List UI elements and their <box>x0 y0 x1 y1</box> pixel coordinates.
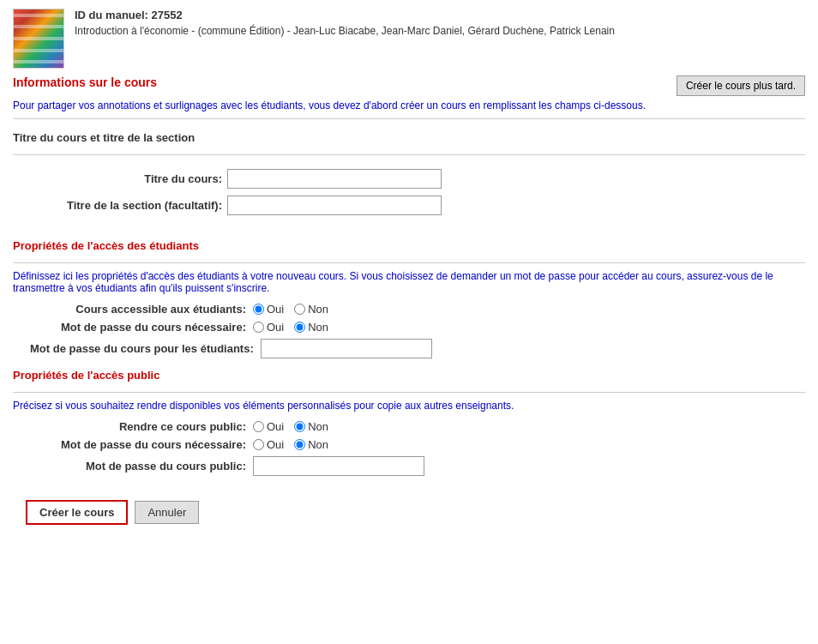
mot-de-passe-etudiants-input[interactable] <box>261 339 432 358</box>
titre-section-row: Titre de la section (facultatif): <box>39 196 805 215</box>
titre-section-input[interactable] <box>227 196 442 215</box>
mot-de-passe-public-label: Mot de passe du cours nécessaire: <box>30 438 253 451</box>
rendre-public-oui-option[interactable]: Oui <box>253 420 284 433</box>
titre-cours-label: Titre du cours: <box>39 172 227 185</box>
cours-accessible-non-option[interactable]: Non <box>294 303 328 316</box>
mot-de-passe-public-radio-group: Oui Non <box>253 438 328 451</box>
mot-de-passe-etudiants-label: Mot de passe du cours pour les étudiants… <box>30 342 261 355</box>
mot-de-passe-public-oui-label: Oui <box>267 438 284 451</box>
info-section-title: Informations sur le cours <box>13 75 157 89</box>
book-title: Introduction à l'économie - (commune Édi… <box>75 25 615 37</box>
divider-1 <box>13 118 805 119</box>
mot-de-passe-non-option[interactable]: Non <box>294 321 328 334</box>
public-access-section: Propriétés de l'accès public Précisez si… <box>13 365 805 476</box>
mot-de-passe-radio-group: Oui Non <box>253 321 328 334</box>
manual-id-label: ID du manuel: <box>75 9 148 21</box>
mot-de-passe-public-field-row: Mot de passe du cours public: <box>13 456 805 476</box>
mot-de-passe-etudiants-row: Mot de passe du cours pour les étudiants… <box>13 339 805 358</box>
mot-de-passe-non-label: Non <box>308 321 328 334</box>
cours-accessible-oui-radio[interactable] <box>253 304 264 315</box>
rendre-public-oui-label: Oui <box>267 420 284 433</box>
cours-accessible-label: Cours accessible aux étudiants: <box>30 303 253 316</box>
manual-id: ID du manuel: 27552 <box>75 9 615 21</box>
cours-accessible-non-radio[interactable] <box>294 304 305 315</box>
info-header: Informations sur le cours Créer le cours… <box>13 75 805 96</box>
cours-accessible-oui-label: Oui <box>267 303 284 316</box>
titre-section-label: Titre de la section (facultatif): <box>39 199 227 212</box>
public-access-description: Précisez si vous souhaitez rendre dispon… <box>13 400 805 412</box>
info-description: Pour partager vos annotations et surlign… <box>13 99 805 111</box>
student-access-title: Propriétés de l'accès des étudiants <box>13 236 805 256</box>
rendre-public-radio-group: Oui Non <box>253 420 328 433</box>
divider-2 <box>13 154 805 155</box>
student-access-section: Propriétés de l'accès des étudiants Défi… <box>13 236 805 358</box>
mot-de-passe-oui-label: Oui <box>267 321 284 334</box>
mot-de-passe-public-non-label: Non <box>308 438 328 451</box>
titre-cours-input[interactable] <box>227 169 442 189</box>
mot-de-passe-public-row: Mot de passe du cours nécessaire: Oui No… <box>13 438 805 451</box>
cours-accessible-row: Cours accessible aux étudiants: Oui Non <box>13 303 805 316</box>
course-title-section-label: Titre du cours et titre de la section <box>13 126 805 147</box>
create-course-button[interactable]: Créer le cours <box>26 500 128 525</box>
cours-accessible-oui-option[interactable]: Oui <box>253 303 284 316</box>
rendre-public-non-radio[interactable] <box>294 421 305 432</box>
mot-de-passe-public-input[interactable] <box>253 456 424 476</box>
student-access-description: Définissez ici les propriétés d'accès de… <box>13 270 805 294</box>
mot-de-passe-public-non-option[interactable]: Non <box>294 438 328 451</box>
cours-accessible-radio-group: Oui Non <box>253 303 328 316</box>
cancel-button[interactable]: Annuler <box>135 501 199 524</box>
mot-de-passe-public-non-radio[interactable] <box>294 439 305 450</box>
manual-id-value: 27552 <box>152 9 183 21</box>
mot-de-passe-oui-option[interactable]: Oui <box>253 321 284 334</box>
create-later-button[interactable]: Créer le cours plus tard. <box>677 75 805 96</box>
header-section: ID du manuel: 27552 Introduction à l'éco… <box>13 9 805 69</box>
course-title-section: Titre du cours et titre de la section Ti… <box>13 126 805 232</box>
public-access-title: Propriétés de l'accès public <box>13 365 805 385</box>
rendre-public-non-option[interactable]: Non <box>294 420 328 433</box>
divider-3 <box>13 262 805 263</box>
mot-de-passe-public-oui-radio[interactable] <box>253 439 264 450</box>
mot-de-passe-label: Mot de passe du cours nécessaire: <box>30 321 253 334</box>
course-title-form: Titre du cours: Titre de la section (fac… <box>13 162 805 232</box>
header-text: ID du manuel: 27552 Introduction à l'éco… <box>75 9 615 37</box>
rendre-public-oui-radio[interactable] <box>253 421 264 432</box>
mot-de-passe-public-oui-option[interactable]: Oui <box>253 438 284 451</box>
book-cover-image <box>13 9 64 69</box>
rendre-public-row: Rendre ce cours public: Oui Non <box>13 420 805 433</box>
titre-cours-row: Titre du cours: <box>39 169 805 189</box>
info-section: Informations sur le cours Créer le cours… <box>13 75 805 111</box>
mot-de-passe-public-field-label: Mot de passe du cours public: <box>30 460 253 472</box>
divider-4 <box>13 392 805 393</box>
cours-accessible-non-label: Non <box>308 303 328 316</box>
action-buttons: Créer le cours Annuler <box>13 483 805 533</box>
mot-de-passe-non-radio[interactable] <box>294 322 305 333</box>
page-container: ID du manuel: 27552 Introduction à l'éco… <box>0 0 818 644</box>
rendre-public-non-label: Non <box>308 420 328 433</box>
mot-de-passe-oui-radio[interactable] <box>253 322 264 333</box>
rendre-public-label: Rendre ce cours public: <box>30 420 253 433</box>
mot-de-passe-row: Mot de passe du cours nécessaire: Oui No… <box>13 321 805 334</box>
